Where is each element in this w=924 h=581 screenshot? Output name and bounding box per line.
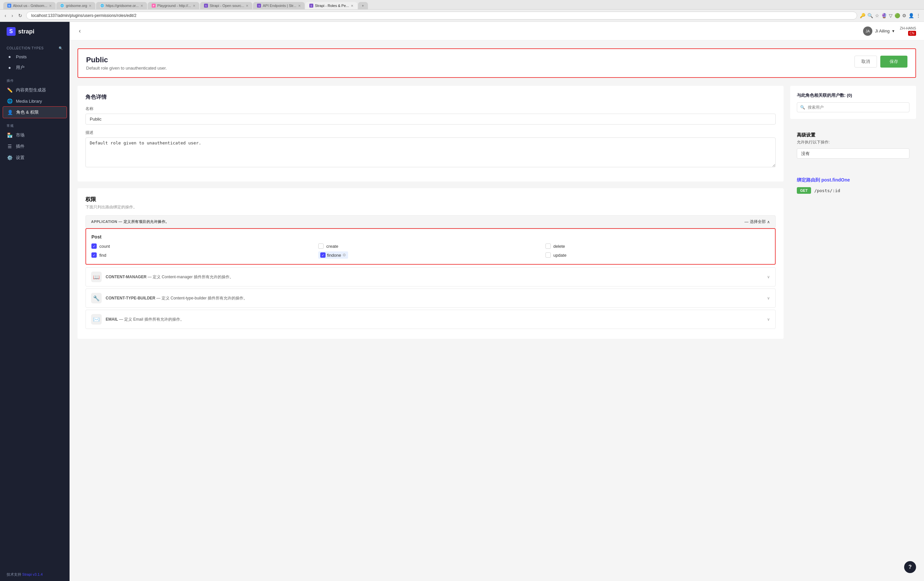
checkbox-delete[interactable] <box>545 243 551 249</box>
email-icon: ✉️ <box>91 314 102 325</box>
tab-6-close[interactable]: ✕ <box>298 4 301 8</box>
star-icon[interactable]: ☆ <box>875 13 879 18</box>
extension-icon-3[interactable]: 🟢 <box>894 13 900 18</box>
back-nav-button[interactable]: ‹ <box>3 12 8 19</box>
checkbox-find[interactable]: ✓ <box>91 253 97 258</box>
permissions-desc: 下面只列出路由绑定的操作。 <box>86 205 776 210</box>
browser-tab-3[interactable]: 🌐 https://gridsome.or... ✕ <box>96 2 147 9</box>
tab-3-close[interactable]: ✕ <box>140 4 143 8</box>
sidebar-item-settings[interactable]: ⚙️ 设置 <box>0 152 69 163</box>
tab-7-close[interactable]: ✕ <box>351 4 353 8</box>
sidebar-logo: S strapi <box>0 22 69 41</box>
extension-icon-2[interactable]: ▽ <box>889 13 893 18</box>
checkbox-update[interactable] <box>545 253 551 258</box>
lang-flag: CN <box>908 31 916 36</box>
back-button[interactable]: ‹ <box>78 26 82 36</box>
forward-nav-button[interactable]: › <box>10 12 15 19</box>
content-manager-left: 📖 CONTENT-MANAGER — 定义 Content-manager 插… <box>91 272 233 282</box>
content-type-builder-left: 🔧 CONTENT-TYPE-BUILDER — 定义 Content-type… <box>91 293 248 304</box>
settings-icon: ⚙️ <box>7 155 13 160</box>
description-textarea[interactable]: Default role given to unauthenticated us… <box>86 137 776 167</box>
sidebar-item-plugins[interactable]: ☰ 插件 <box>0 141 69 152</box>
reload-button[interactable]: ↻ <box>17 12 23 19</box>
browser-actions: 🔑 🔍 ☆ 🔮 ▽ 🟢 ⚙ 👤 ⋮ <box>860 13 921 18</box>
tab-5-close[interactable]: ✕ <box>246 4 248 8</box>
extension-icon-1[interactable]: 🔮 <box>881 13 887 18</box>
role-details-card: 角色详情 名称 描述 Default role given to unauthe… <box>78 86 784 182</box>
browser-tab-2[interactable]: 🌐 gridsome.org ✕ <box>56 2 96 9</box>
main-area: ‹ JA Ji Ailing ▾ ZH-HANS CN <box>69 22 924 581</box>
sidebar-item-users-label: 用户 <box>16 64 25 71</box>
checkbox-create[interactable] <box>318 243 323 249</box>
select-all-label[interactable]: 选择全部 <box>750 219 766 224</box>
application-group-action: — 选择全部 ∧ <box>744 219 770 224</box>
permission-label-findone: findone <box>327 253 341 258</box>
advanced-action-select[interactable]: 没有 <box>797 149 909 158</box>
permissions-section: 权限 下面只列出路由绑定的操作。 APPLICATION — 定义所有项目的允许… <box>78 188 784 339</box>
sidebar-footer: 技术支持 Strapi v3.1.4 <box>0 568 69 581</box>
extension-icon-4[interactable]: ⚙ <box>902 13 906 18</box>
name-label: 名称 <box>86 106 776 112</box>
sidebar-item-market[interactable]: 🏪 市场 <box>0 129 69 141</box>
sidebar-item-content-builder[interactable]: ✏️ 内容类型生成器 <box>0 84 69 96</box>
lang-label: ZH-HANS <box>900 26 916 30</box>
tab-4-close[interactable]: ✕ <box>193 4 195 8</box>
tab-1-close[interactable]: ✕ <box>49 4 52 8</box>
sidebar-search-icon[interactable]: 🔍 <box>59 46 63 50</box>
address-bar[interactable] <box>26 12 857 20</box>
content-type-builder-icon: 🔧 <box>91 293 102 304</box>
sidebar-item-roles[interactable]: 👤 角色 & 权限 <box>3 106 67 118</box>
sidebar-item-market-label: 市场 <box>16 132 25 138</box>
cancel-button[interactable]: 取消 <box>855 56 877 68</box>
browser-tab-4[interactable]: P Playground - http://... ✕ <box>148 2 200 9</box>
users-search-input[interactable] <box>797 102 909 112</box>
checkbox-count[interactable]: ✓ <box>91 243 97 249</box>
tab-7-label: Strapi - Roles & Pe... <box>315 3 349 8</box>
tab-4-label: Playground - http://... <box>157 3 191 8</box>
checkbox-findone[interactable]: ✓ <box>320 253 325 258</box>
user-info[interactable]: JA Ji Ailing ▾ <box>863 26 894 36</box>
page-content: Public Default role given to unauthentic… <box>69 40 924 353</box>
sidebar-item-media-library[interactable]: 🌐 Media Library <box>0 96 69 106</box>
sidebar-section-plugins: 插件 <box>0 73 69 84</box>
sidebar-item-users[interactable]: ● 用户 <box>0 62 69 73</box>
findone-highlighted-item: ✓ findone ⚙ <box>318 251 348 259</box>
profile-avatar[interactable]: 👤 <box>908 13 914 18</box>
email-header[interactable]: ✉️ EMAIL — 定义 Email 插件所有允许的操作。 ∨ <box>86 310 775 328</box>
content-type-builder-label: CONTENT-TYPE-BUILDER — 定义 Content-type-b… <box>106 295 248 301</box>
content-manager-header[interactable]: 📖 CONTENT-MANAGER — 定义 Content-manager 插… <box>86 267 775 286</box>
browser-tab-7[interactable]: S Strapi - Roles & Pe... ✕ <box>305 2 357 9</box>
permission-label-find: find <box>99 253 106 258</box>
search-toolbar-icon[interactable]: 🔍 <box>867 13 873 18</box>
tab-2-close[interactable]: ✕ <box>89 4 91 8</box>
save-button[interactable]: 保存 <box>880 56 908 68</box>
application-label: APPLICATION — 定义所有项目的允许操作。 <box>91 219 169 224</box>
permission-label-delete: delete <box>553 244 565 249</box>
sidebar-version-link[interactable]: Strapi v3.1.4 <box>22 573 43 576</box>
more-menu-icon[interactable]: ⋮ <box>916 13 921 18</box>
name-form-group: 名称 <box>86 106 776 125</box>
post-title: Post <box>91 234 770 239</box>
description-label: 描述 <box>86 130 776 135</box>
role-header-card: Public Default role given to unauthentic… <box>78 48 916 78</box>
dropdown-chevron-icon: ▾ <box>892 28 894 33</box>
findone-gear-icon[interactable]: ⚙ <box>342 253 346 257</box>
http-method-badge: GET <box>797 187 811 194</box>
new-tab-button[interactable]: + <box>358 2 368 9</box>
sidebar-item-plugins-label: 插件 <box>16 144 25 149</box>
application-group-header[interactable]: APPLICATION — 定义所有项目的允许操作。 — 选择全部 ∧ <box>86 215 776 228</box>
browser-tab-6[interactable]: S API Endpoints | Str... ✕ <box>253 2 304 9</box>
two-column-layout: 角色详情 名称 描述 Default role given to unauthe… <box>78 86 916 345</box>
help-button[interactable]: ? <box>904 561 916 573</box>
content-type-builder-header[interactable]: 🔧 CONTENT-TYPE-BUILDER — 定义 Content-type… <box>86 289 775 307</box>
media-icon: 🌐 <box>7 98 13 104</box>
description-form-group: 描述 Default role given to unauthenticated… <box>86 130 776 168</box>
browser-tab-5[interactable]: S Strapi - Open sourc... ✕ <box>200 2 253 9</box>
app: S strapi COLLECTION TYPES 🔍 ● Posts ● 用户… <box>0 22 924 581</box>
market-icon: 🏪 <box>7 132 13 138</box>
permission-label-count: count <box>99 244 110 249</box>
permission-label-update: update <box>553 253 567 258</box>
sidebar-item-posts[interactable]: ● Posts <box>0 51 69 62</box>
name-input[interactable] <box>86 114 776 125</box>
browser-tab-1[interactable]: G About us - Gridsom... ✕ <box>3 2 56 9</box>
